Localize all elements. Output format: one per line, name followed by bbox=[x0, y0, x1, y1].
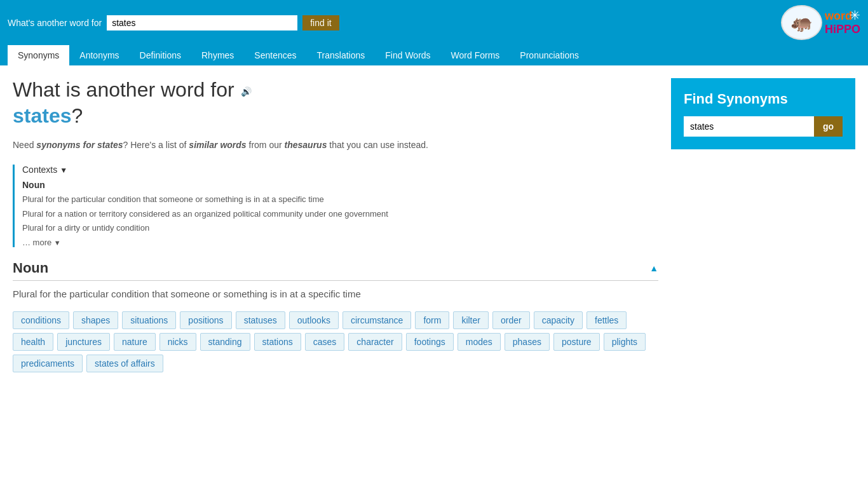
find-synonyms-box: Find Synonyms go bbox=[671, 78, 855, 149]
more-link[interactable]: … more ▼ bbox=[22, 238, 658, 247]
main-layout: What is another word for 🔊 states? Need … bbox=[0, 65, 868, 488]
word-tag[interactable]: nicks bbox=[159, 333, 196, 351]
logo-word-part: word bbox=[825, 10, 852, 22]
word-tag[interactable]: predicaments bbox=[13, 355, 83, 372]
logo-hippo-part: HiPPO bbox=[825, 23, 860, 36]
page-word-heading: states? bbox=[13, 104, 658, 128]
find-synonyms-input[interactable] bbox=[684, 116, 814, 137]
word-tag[interactable]: stations bbox=[254, 333, 301, 351]
star-decoration: ✳ bbox=[850, 8, 860, 23]
section-title: Noun bbox=[13, 260, 48, 276]
word-tag[interactable]: modes bbox=[458, 333, 501, 351]
subtitle-text: Need synonyms for states? Here's a list … bbox=[13, 138, 658, 152]
context-box: Contexts ▼ Noun Plural for the particula… bbox=[13, 165, 658, 247]
word-tag[interactable]: cases bbox=[305, 333, 345, 351]
word-tag[interactable]: posture bbox=[553, 333, 600, 351]
tab-sentences[interactable]: Sentences bbox=[244, 45, 306, 65]
search-label: What's another word for bbox=[8, 18, 102, 28]
more-link-label: … more bbox=[22, 238, 51, 247]
tab-synonyms[interactable]: Synonyms bbox=[8, 45, 69, 65]
word-tag[interactable]: situations bbox=[122, 311, 176, 329]
word-tag[interactable]: statuses bbox=[236, 311, 285, 329]
word-tag[interactable]: circumstance bbox=[342, 311, 411, 329]
search-input[interactable] bbox=[107, 15, 297, 30]
logo-area: 🦛 word HiPPO bbox=[781, 5, 860, 40]
tab-antonyms[interactable]: Antonyms bbox=[69, 45, 129, 65]
section-desc: Plural for the particular condition that… bbox=[13, 287, 658, 302]
word-tag[interactable]: standing bbox=[200, 333, 250, 351]
contexts-arrow-icon[interactable]: ▼ bbox=[60, 166, 67, 175]
sidebar: Find Synonyms go bbox=[671, 78, 855, 488]
heading-row: What is another word for 🔊 bbox=[13, 78, 658, 104]
word-tag[interactable]: capacity bbox=[534, 311, 583, 329]
contexts-label: Contexts bbox=[22, 165, 57, 175]
find-synonyms-row: go bbox=[684, 116, 843, 137]
word-tag[interactable]: states of affairs bbox=[86, 355, 163, 372]
sound-icon[interactable]: 🔊 bbox=[241, 86, 252, 97]
top-bar: What's another word for find it 🦛 word H… bbox=[0, 0, 868, 45]
word-tag[interactable]: conditions bbox=[13, 311, 69, 329]
word-tag[interactable]: footings bbox=[406, 333, 454, 351]
context-item-2: Plural for a nation or territory conside… bbox=[22, 208, 658, 220]
word-tag[interactable]: phases bbox=[505, 333, 550, 351]
find-synonyms-title: Find Synonyms bbox=[684, 91, 843, 107]
tab-pronunciations[interactable]: Pronunciations bbox=[510, 45, 589, 65]
tab-translations[interactable]: Translations bbox=[307, 45, 376, 65]
context-item-3: Plural for a dirty or untidy condition bbox=[22, 222, 658, 234]
word-tag[interactable]: shapes bbox=[73, 311, 118, 329]
heading-pre: What is another word for bbox=[13, 78, 234, 101]
context-item-1: Plural for the particular condition that… bbox=[22, 194, 658, 205]
tab-definitions[interactable]: Definitions bbox=[130, 45, 191, 65]
word-tag[interactable]: kilter bbox=[453, 311, 489, 329]
word-tag[interactable]: positions bbox=[180, 311, 231, 329]
tab-rhymes[interactable]: Rhymes bbox=[191, 45, 244, 65]
word-tag[interactable]: fettles bbox=[587, 311, 627, 329]
nav-tabs: Synonyms Antonyms Definitions Rhymes Sen… bbox=[0, 45, 868, 65]
word-tag[interactable]: health bbox=[13, 333, 53, 351]
word-tag[interactable]: order bbox=[492, 311, 530, 329]
word-tag[interactable]: form bbox=[415, 311, 449, 329]
word-tag[interactable]: plights bbox=[604, 333, 646, 351]
word-highlight: states bbox=[13, 104, 72, 127]
word-tags: conditionsshapessituationspositionsstatu… bbox=[13, 311, 658, 372]
word-tag[interactable]: outlooks bbox=[289, 311, 339, 329]
question-mark: ? bbox=[72, 104, 83, 127]
noun-label: Noun bbox=[22, 180, 658, 190]
context-header: Contexts ▼ bbox=[22, 165, 658, 175]
find-synonyms-go-button[interactable]: go bbox=[814, 116, 843, 137]
logo: 🦛 word HiPPO bbox=[781, 5, 860, 40]
word-tag[interactable]: nature bbox=[114, 333, 156, 351]
tab-word-forms[interactable]: Word Forms bbox=[441, 45, 510, 65]
find-it-button[interactable]: find it bbox=[302, 15, 339, 30]
word-tag[interactable]: junctures bbox=[57, 333, 110, 351]
collapse-icon[interactable]: ▲ bbox=[649, 263, 658, 273]
hippo-icon: 🦛 bbox=[781, 5, 822, 40]
content-area: What is another word for 🔊 states? Need … bbox=[13, 78, 658, 488]
word-tag[interactable]: character bbox=[348, 333, 402, 351]
tab-find-words[interactable]: Find Words bbox=[375, 45, 440, 65]
more-arrow-icon: ▼ bbox=[54, 239, 61, 247]
section-header: Noun ▲ bbox=[13, 260, 658, 281]
page-heading: What is another word for bbox=[13, 78, 234, 102]
